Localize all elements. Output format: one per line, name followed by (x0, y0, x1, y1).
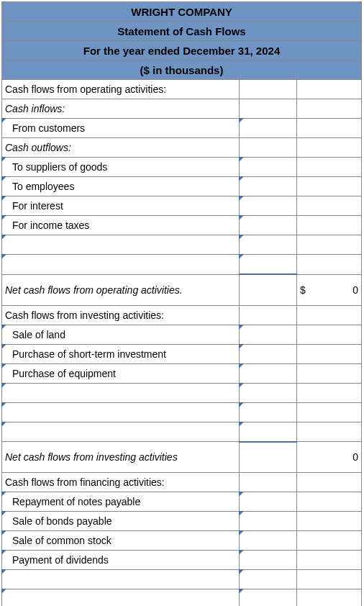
dropdown-icon (239, 511, 244, 516)
row-to-suppliers[interactable]: To suppliers of goods (2, 158, 240, 177)
amount-cell[interactable] (297, 305, 362, 325)
row-inv-header: Cash flows from investing activities: (2, 305, 240, 325)
row-blank[interactable] (2, 422, 240, 442)
row-inflows: Cash inflows: (2, 99, 240, 119)
amount-cell[interactable] (297, 325, 362, 344)
header-title: Statement of Cash Flows (2, 22, 362, 41)
dropdown-icon (1, 589, 6, 594)
row-pay-div[interactable]: Payment of dividends (2, 551, 240, 570)
dropdown-icon (239, 589, 244, 594)
amount-cell[interactable] (297, 363, 362, 383)
dropdown-icon (239, 383, 244, 388)
amount-cell[interactable] (297, 158, 362, 177)
amount-cell[interactable] (240, 80, 297, 99)
dropdown-icon (239, 254, 244, 259)
dropdown-icon (1, 569, 6, 574)
amount-cell[interactable] (297, 177, 362, 196)
amount-cell[interactable] (240, 177, 297, 196)
amount-cell[interactable] (240, 99, 297, 119)
amount-cell[interactable] (297, 570, 362, 589)
dropdown-icon (239, 215, 244, 220)
amount-cell[interactable] (240, 492, 297, 512)
row-blank[interactable] (2, 235, 240, 255)
net-op-value: $0 (297, 274, 362, 305)
amount-cell[interactable] (297, 196, 362, 216)
amount-cell[interactable] (240, 589, 297, 607)
amount-cell[interactable] (297, 589, 362, 607)
row-blank[interactable] (2, 589, 240, 607)
amount-cell[interactable] (297, 138, 362, 158)
row-blank[interactable] (2, 255, 240, 275)
amount-cell[interactable] (297, 492, 362, 512)
amount-cell[interactable] (240, 158, 297, 177)
dropdown-icon (1, 196, 6, 201)
amount-cell[interactable] (240, 196, 297, 216)
dropdown-icon (1, 530, 6, 535)
amount-cell[interactable] (240, 422, 297, 442)
amount-cell[interactable] (297, 119, 362, 138)
dropdown-icon (239, 492, 244, 497)
amount-cell[interactable] (240, 473, 297, 492)
dropdown-icon (1, 383, 6, 388)
row-to-employees[interactable]: To employees (2, 177, 240, 196)
amount-cell[interactable] (297, 473, 362, 492)
amount-cell[interactable] (297, 255, 362, 275)
row-sale-stock[interactable]: Sale of common stock (2, 531, 240, 551)
row-blank[interactable] (2, 402, 240, 422)
row-purchase-st[interactable]: Purchase of short-term investment (2, 344, 240, 363)
amount-cell[interactable] (297, 80, 362, 99)
dropdown-icon (239, 402, 244, 407)
dropdown-icon (1, 325, 6, 330)
cash-flows-table: WRIGHT COMPANY Statement of Cash Flows F… (1, 1, 362, 606)
row-repay-notes[interactable]: Repayment of notes payable (2, 492, 240, 512)
amount-cell[interactable] (297, 402, 362, 422)
amount-cell[interactable] (240, 235, 297, 255)
amount-cell[interactable] (297, 99, 362, 119)
row-purchase-eq[interactable]: Purchase of equipment (2, 363, 240, 383)
row-from-customers[interactable]: From customers (2, 119, 240, 138)
amount-cell[interactable] (240, 344, 297, 363)
amount-cell[interactable] (240, 138, 297, 158)
row-sale-land[interactable]: Sale of land (2, 325, 240, 344)
amount-cell[interactable] (240, 551, 297, 570)
amount-cell[interactable] (240, 512, 297, 531)
amount-cell[interactable] (297, 235, 362, 255)
amount-cell[interactable] (297, 383, 362, 402)
row-for-taxes[interactable]: For income taxes (2, 216, 240, 235)
amount-cell[interactable] (297, 551, 362, 570)
row-blank[interactable] (2, 383, 240, 402)
dropdown-icon (1, 511, 6, 516)
row-sale-bonds[interactable]: Sale of bonds payable (2, 512, 240, 531)
amount-cell[interactable] (240, 305, 297, 325)
header-units: ($ in thousands) (2, 60, 362, 80)
amount-cell[interactable] (240, 119, 297, 138)
amount-cell[interactable] (297, 344, 362, 363)
amount-cell[interactable] (240, 383, 297, 402)
dropdown-icon (1, 422, 6, 427)
dropdown-icon (239, 235, 244, 240)
amount-cell[interactable] (240, 216, 297, 235)
amount-cell[interactable] (240, 570, 297, 589)
amount-cell[interactable] (240, 531, 297, 551)
dropdown-icon (1, 492, 6, 497)
amount-cell[interactable] (240, 325, 297, 344)
row-net-op: Net cash flows from operating activities… (2, 274, 240, 305)
row-for-interest[interactable]: For interest (2, 196, 240, 216)
dropdown-icon (1, 550, 6, 555)
amount-cell[interactable] (297, 422, 362, 442)
row-fin-header: Cash flows from financing activities: (2, 473, 240, 492)
dropdown-icon (239, 550, 244, 555)
amount-cell[interactable] (240, 442, 297, 473)
amount-cell[interactable] (297, 216, 362, 235)
amount-cell[interactable] (297, 531, 362, 551)
amount-cell[interactable] (240, 255, 297, 275)
amount-cell[interactable] (240, 402, 297, 422)
amount-cell[interactable] (240, 363, 297, 383)
amount-cell[interactable] (297, 512, 362, 531)
row-blank[interactable] (2, 570, 240, 589)
dropdown-icon (239, 118, 244, 123)
dropdown-icon (239, 363, 244, 368)
amount-cell[interactable] (240, 274, 297, 305)
dropdown-icon (239, 569, 244, 574)
dropdown-icon (239, 325, 244, 330)
